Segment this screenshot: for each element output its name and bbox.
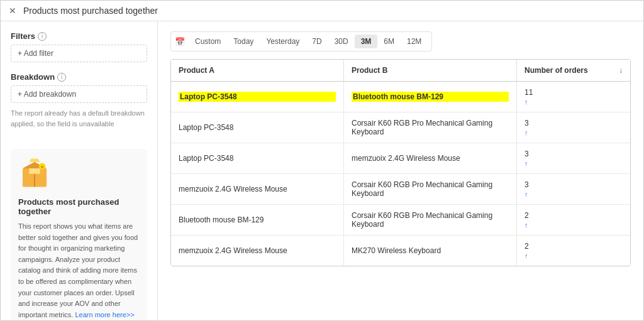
cell-orders: 3↑ [517,174,630,204]
trend-up-icon: ↑ [525,252,623,259]
close-icon[interactable]: ✕ [8,6,17,15]
time-tab-30d[interactable]: 30D [328,35,355,48]
sort-icon[interactable]: ↓ [619,66,623,75]
cell-orders: 2↑ [517,236,630,266]
table-row: memzuoix 2.4G Wireless MouseCorsair K60 … [171,174,630,205]
add-filter-button[interactable]: + Add filter [11,45,147,62]
time-tabs-container: CustomTodayYesterday7D30D3M6M12M [189,35,428,48]
trend-up-icon: ↑ [525,129,623,136]
svg-rect-3 [29,168,40,174]
order-count: 3 [525,180,623,189]
cell-product-b: Corsair K60 RGB Pro Mechanical Gaming Ke… [344,205,517,235]
svg-marker-4 [29,158,40,161]
box-icon: ★ [18,156,51,189]
filters-info-icon[interactable]: i [38,32,47,41]
time-tab-7d[interactable]: 7D [306,35,328,48]
trend-up-icon: ↑ [525,221,623,229]
report-card-title: Products most purchased together [18,197,140,216]
cell-product-a: memzuoix 2.4G Wireless Mouse [171,174,344,204]
col-header-product-a: Product A [171,60,344,81]
cell-product-a: Laptop PC-3548 [171,112,344,143]
table-body: Laptop PC-3548Bluetooth mouse BM-12911↑L… [171,82,630,266]
time-tab-custom[interactable]: Custom [189,35,227,48]
cell-product-b: MK270 Wireless Keyboard [344,236,517,266]
time-tab-today[interactable]: Today [227,35,260,48]
window-title: Products most purchased together [23,6,158,16]
data-table: Product A Product B Number of orders ↓ L… [170,59,631,266]
learn-more-link[interactable]: Learn more here>> [75,311,134,318]
table-row: Laptop PC-3548Corsair K60 RGB Pro Mechan… [171,112,630,143]
time-tab-6m[interactable]: 6M [377,35,401,48]
cell-product-a: Laptop PC-3548 [171,82,344,112]
order-count: 3 [525,150,623,158]
order-count: 2 [525,242,623,251]
time-tab-3m[interactable]: 3M [355,35,378,48]
cell-orders: 2↑ [517,205,630,235]
col-header-orders[interactable]: Number of orders ↓ [517,60,630,81]
main-content: Filters i + Add filter Breakdown i + Add… [1,21,643,320]
trend-up-icon: ↑ [525,98,623,106]
sidebar: Filters i + Add filter Breakdown i + Add… [1,21,158,320]
highlighted-product-a: Laptop PC-3548 [179,92,336,102]
report-panel: 📅 CustomTodayYesterday7D30D3M6M12M Produ… [158,21,643,320]
add-breakdown-button[interactable]: + Add breakdown [11,85,147,103]
filters-label: Filters i [11,31,147,41]
title-bar: ✕ Products most purchased together [1,1,643,21]
cell-product-b: Corsair K60 RGB Pro Mechanical Gaming Ke… [344,112,517,143]
cell-product-a: Bluetooth mouse BM-129 [171,205,344,235]
time-filter-bar: 📅 CustomTodayYesterday7D30D3M6M12M [170,31,432,52]
order-count: 3 [525,119,623,128]
col-header-product-b: Product B [344,60,517,81]
order-count: 11 [525,88,623,97]
order-count: 2 [525,211,623,220]
cell-orders: 3↑ [517,112,630,143]
report-card-description: This report shows you what items are bet… [18,221,140,320]
app-window: ✕ Products most purchased together Filte… [0,0,644,321]
trend-up-icon: ↑ [525,190,623,198]
cell-product-b: Bluetooth mouse BM-129 [344,82,517,112]
table-row: Bluetooth mouse BM-129Corsair K60 RGB Pr… [171,205,630,236]
cell-product-a: memzuoix 2.4G Wireless Mouse [171,236,344,266]
cell-orders: 11↑ [517,82,630,112]
table-row: Laptop PC-3548Bluetooth mouse BM-12911↑ [171,82,630,112]
breakdown-section: Breakdown i + Add breakdown The report a… [11,72,147,139]
breakdown-note: The report already has a default breakdo… [11,108,147,129]
trend-up-icon: ↑ [525,160,623,167]
table-row: Laptop PC-3548memzuoix 2.4G Wireless Mou… [171,143,630,174]
svg-text:★: ★ [40,165,44,169]
table-row: memzuoix 2.4G Wireless MouseMK270 Wirele… [171,236,630,266]
cell-product-b: Corsair K60 RGB Pro Mechanical Gaming Ke… [344,174,517,204]
breakdown-label: Breakdown i [11,72,147,82]
cell-product-a: Laptop PC-3548 [171,143,344,173]
breakdown-info-icon[interactable]: i [57,73,66,82]
cell-orders: 3↑ [517,143,630,173]
time-tab-yesterday[interactable]: Yesterday [260,35,306,48]
time-tab-12m[interactable]: 12M [401,35,428,48]
report-info-card: ★ Products most purchased together This … [11,149,147,320]
highlighted-product-b: Bluetooth mouse BM-129 [352,92,509,102]
cell-product-b: memzuoix 2.4G Wireless Mouse [344,143,517,173]
table-header: Product A Product B Number of orders ↓ [171,60,630,82]
calendar-icon: 📅 [175,37,185,46]
